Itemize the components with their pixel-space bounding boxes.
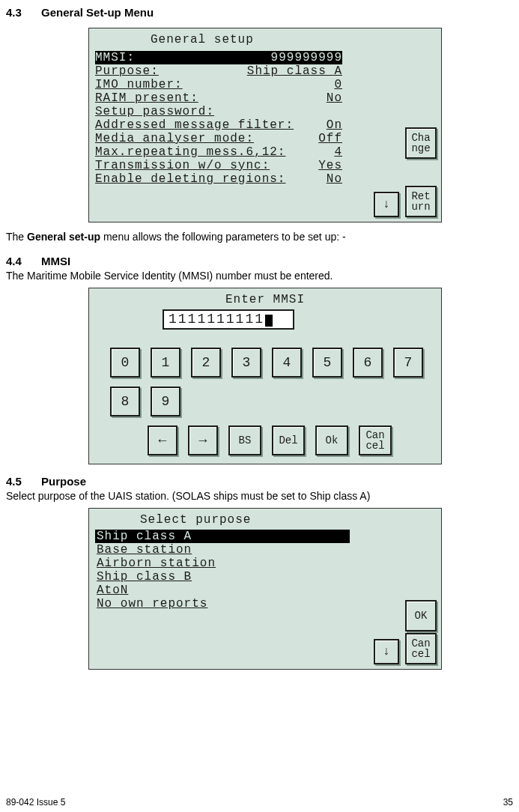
setup-row-label: Purpose: (95, 64, 159, 78)
setup-row-value: No (327, 172, 342, 186)
keypad-key-5[interactable]: 5 (312, 348, 342, 378)
setup-row-value: Off (318, 132, 342, 145)
section-4-4-heading: 4.4 MMSI (6, 255, 513, 267)
setup-row-label: Max.repeating mess.6,12: (95, 145, 285, 159)
ok-button[interactable]: OK (405, 600, 437, 631)
keypad-key-0[interactable]: 0 (110, 348, 140, 378)
setup-row-value: No (327, 91, 342, 105)
arrow-down-icon: ↓ (383, 646, 390, 657)
keypad-key-8[interactable]: 8 (110, 387, 140, 416)
keypad-key-1[interactable]: 1 (151, 348, 180, 378)
screen-general-setup: General setup MMSI:999999999Purpose:Ship… (88, 28, 442, 222)
screen-title: General setup (95, 33, 435, 46)
section-4-5-heading: 4.5 Purpose (6, 475, 513, 488)
para-purpose: Select purpose of the UAIS station. (SOL… (6, 489, 513, 503)
return-button[interactable]: Ret urn (405, 186, 437, 217)
keypad-key-9[interactable]: 9 (151, 387, 180, 416)
cursor-right-button[interactable]: → (188, 425, 218, 455)
setup-row[interactable]: Setup password: (95, 105, 342, 118)
purpose-option[interactable]: AtoN (95, 584, 350, 597)
mmsi-input[interactable]: 1111111111 (163, 309, 294, 330)
setup-row-label: Enable deleting regions: (95, 172, 285, 186)
section-4-3-heading: 4.3 General Set-up Menu (6, 6, 513, 19)
section-num: 4.3 (6, 6, 22, 19)
ok-button[interactable]: Ok (315, 425, 348, 455)
scroll-down-button[interactable]: ↓ (374, 192, 399, 217)
setup-row-value: Ship class A (247, 64, 342, 78)
arrow-right-icon: → (199, 434, 207, 447)
setup-row-label: Media analyser mode: (95, 132, 254, 145)
setup-row-label: Setup password: (95, 105, 214, 118)
setup-row-value: 4 (334, 145, 342, 159)
section-title: MMSI (41, 255, 70, 267)
setup-row[interactable]: Transmission w/o sync:Yes (95, 159, 342, 172)
arrow-left-icon: ← (159, 434, 167, 447)
setup-row[interactable]: Addressed message filter:On (95, 118, 342, 132)
setup-row-value: Yes (318, 159, 342, 172)
delete-button[interactable]: Del (272, 425, 305, 455)
keypad-key-2[interactable]: 2 (191, 348, 221, 378)
cursor-left-button[interactable]: ← (148, 425, 177, 455)
keypad-key-4[interactable]: 4 (272, 348, 302, 378)
setup-row[interactable]: MMSI:999999999 (95, 51, 342, 64)
cancel-button[interactable]: Can cel (359, 425, 392, 455)
backspace-button[interactable]: BS (228, 425, 261, 455)
section-title: General Set-up Menu (41, 6, 154, 19)
setup-row[interactable]: IMO number:0 (95, 78, 342, 91)
change-button[interactable]: Cha nge (405, 127, 437, 159)
section-num: 4.4 (6, 255, 22, 267)
purpose-option[interactable]: Ship class A (95, 530, 350, 543)
purpose-option[interactable]: Base station (95, 543, 350, 557)
cancel-button[interactable]: Can cel (405, 633, 437, 664)
setup-row-value: 999999999 (271, 51, 342, 64)
setup-row[interactable]: Media analyser mode:Off (95, 132, 342, 145)
keypad-key-6[interactable]: 6 (353, 348, 383, 378)
setup-row-value: 0 (334, 78, 342, 91)
screen-title: Enter MMSI (95, 293, 435, 306)
text-cursor-icon (265, 315, 273, 327)
setup-row-label: MMSI: (95, 51, 135, 64)
setup-row-label: RAIM present: (95, 91, 198, 105)
purpose-option[interactable]: Airborn station (95, 557, 350, 570)
setup-row[interactable]: Enable deleting regions:No (95, 172, 342, 186)
keypad-key-3[interactable]: 3 (231, 348, 261, 378)
setup-row[interactable]: RAIM present:No (95, 91, 342, 105)
screen-enter-mmsi: Enter MMSI 1111111111 01234567 89 ← → BS… (88, 288, 442, 464)
keypad-key-7[interactable]: 7 (393, 348, 423, 378)
scroll-down-button[interactable]: ↓ (374, 639, 399, 664)
setup-row-label: Transmission w/o sync: (95, 159, 270, 172)
purpose-option[interactable]: No own reports (95, 597, 350, 610)
arrow-down-icon: ↓ (383, 199, 390, 210)
section-num: 4.5 (6, 475, 22, 488)
setup-row-label: IMO number: (95, 78, 183, 91)
setup-row[interactable]: Purpose:Ship class A (95, 64, 342, 78)
setup-row-label: Addressed message filter: (95, 118, 294, 132)
purpose-option[interactable]: Ship class B (95, 570, 350, 584)
screen-select-purpose: Select purpose Ship class A Base station… (88, 508, 442, 670)
setup-row[interactable]: Max.repeating mess.6,12:4 (95, 145, 342, 159)
setup-row-value: On (327, 118, 342, 132)
para-mmsi: The Maritime Mobile Service Identity (MM… (6, 269, 513, 283)
para-general-setup: The General set-up menu allows the follo… (6, 230, 513, 244)
section-title: Purpose (41, 475, 86, 488)
screen-title: Select purpose (95, 513, 435, 527)
